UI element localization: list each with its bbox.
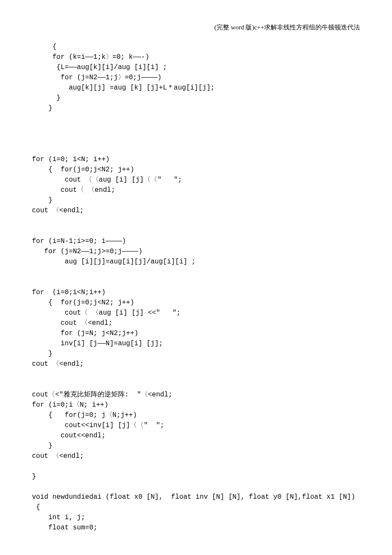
code-line: cout 〈<endl; (32, 319, 112, 327)
code-line: int i, j; (32, 514, 85, 521)
code-line: cout<<inv[i] [j]〈〈" "; (32, 422, 164, 429)
code-line: } (32, 350, 52, 358)
code-line: } (32, 197, 52, 204)
document-page: (完整 word 版)c++求解非线性方程组的牛顿顿迭代法 { for (k=i… (0, 0, 392, 555)
code-line: for (i=0;i〈N; i++) (32, 401, 108, 409)
code-line: { (32, 503, 40, 511)
code-line: } (32, 104, 52, 112)
code-line: for (i=N-1;i>=0; i————) (32, 237, 126, 245)
code-line: { for(j=0; j〈N;j++) (32, 411, 137, 419)
code-line: { for(j=0;j<N2; j++) (32, 166, 134, 173)
code-line: for (j=N2——1;j>=0;j————) (32, 248, 142, 255)
code-line: cout 〈<endl; (32, 207, 84, 214)
code-line: cout〈 〈endl; (32, 186, 115, 194)
code-line: cout 〈〈aug [i] [j]〈〈" "; (32, 176, 182, 184)
code-line: for (i=0;i<N;i++) (32, 289, 106, 296)
code-line: } (32, 473, 36, 480)
code-line: cout〈 〈aug [i] [j] <<" "; (32, 309, 181, 317)
code-content: { for (k=i——1;k〉=0; k——-) {L=——aug[k][i]… (32, 42, 360, 533)
code-line: } (32, 94, 61, 102)
page-header: (完整 word 版)c++求解非线性方程组的牛顿顿迭代法 (32, 23, 360, 32)
code-line: inv[i] [j——N]=aug[i] [j]; (32, 340, 163, 347)
code-line: for (k=i——1;k〉=0; k——-) (32, 53, 149, 61)
code-line: for (j=N; j<N2;j++) (32, 330, 138, 337)
code-line: } (32, 442, 52, 450)
code-line: cout〈<"雅克比矩阵的逆矩阵: "〈<endl; (32, 391, 173, 399)
code-line: cout<<endl; (32, 432, 106, 439)
code-line: {L=——aug[k][i]/aug [i][i] ; (32, 64, 167, 71)
code-line: aug [i][j]=aug[i][j]/aug[i][i] ; (32, 258, 196, 266)
code-line: void newdundiedai (float x0 [N], float i… (32, 493, 355, 501)
code-line: cout 〈<endl; (32, 452, 84, 460)
code-line: cout 〈<endl; (32, 360, 84, 368)
code-line: aug[k][j] =aug [k] [j]+L＊aug[i][j]; (32, 84, 215, 92)
code-line: for (j=N2——1;j〉=0;j————) (32, 74, 161, 81)
code-line: { for(j=0;j<N2; j++) (32, 299, 134, 306)
code-line: { (32, 43, 57, 51)
code-line: for (i=0; i<N; i++) (32, 156, 110, 163)
code-line: float sum=0; (32, 524, 98, 532)
